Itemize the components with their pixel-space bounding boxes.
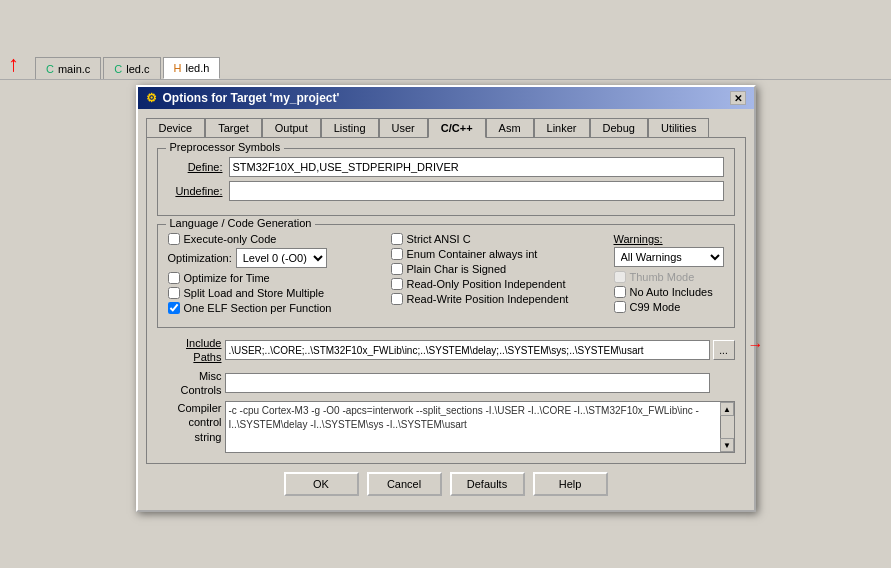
tab-listing[interactable]: Listing [321,118,379,138]
preprocessor-title: Preprocessor Symbols [166,141,285,153]
compiler-string-text: -c -cpu Cortex-M3 -g -O0 -apcs=interwork… [226,402,734,434]
tab-utilities[interactable]: Utilities [648,118,709,138]
optimization-select[interactable]: Level 0 (-O0) [236,248,327,268]
one-elf-row: One ELF Section per Function [168,302,381,314]
dialog-tab-row: Device Target Output Listing User C/C++ … [146,117,746,137]
tab-led-c[interactable]: C led.c [103,57,160,79]
options-dialog: ⚙ Options for Target 'my_project' ✕ Devi… [136,85,756,512]
one-elf-label: One ELF Section per Function [184,302,332,314]
tab-main-c[interactable]: C main.c [35,57,101,79]
include-paths-label: IncludePaths [157,336,222,365]
close-button[interactable]: ✕ [730,91,746,105]
split-load-label: Split Load and Store Multiple [184,287,325,299]
undefine-row: Undefine: [168,181,724,201]
enum-container-checkbox[interactable] [391,248,403,260]
compiler-string-row: Compilercontrolstring -c -cpu Cortex-M3 … [157,401,735,453]
read-only-row: Read-Only Position Independent [391,278,604,290]
define-label: Define: [168,161,223,173]
warnings-label: Warnings: [614,233,724,245]
compiler-label: Compilercontrolstring [157,401,222,444]
plain-char-checkbox[interactable] [391,263,403,275]
tab-output[interactable]: Output [262,118,321,138]
strict-ansi-checkbox[interactable] [391,233,403,245]
enum-container-label: Enum Container always int [407,248,538,260]
c99-mode-label: C99 Mode [630,301,681,313]
titlebar-left: ⚙ Options for Target 'my_project' [146,91,340,105]
compiler-string-container: -c -cpu Cortex-M3 -g -O0 -apcs=interwork… [225,401,735,453]
c99-mode-checkbox[interactable] [614,301,626,313]
language-title: Language / Code Generation [166,217,316,229]
plain-char-label: Plain Char is Signed [407,263,507,275]
cancel-button[interactable]: Cancel [367,472,442,496]
scroll-up-button[interactable]: ▲ [720,402,734,416]
buttons-row: OK Cancel Defaults Help [146,464,746,502]
browse-button[interactable]: ... → [713,340,735,360]
enum-container-row: Enum Container always int [391,248,604,260]
lang-col-left: Execute-only Code Optimization: Level 0 … [168,233,381,317]
tab-content: Preprocessor Symbols Define: Undefine: L… [146,137,746,464]
c99-mode-row: C99 Mode [614,301,724,313]
dialog-title: Options for Target 'my_project' [163,91,340,105]
misc-controls-input[interactable] [225,373,710,393]
dialog-content: Device Target Output Listing User C/C++ … [138,109,754,510]
editor-tab-bar: C main.c C led.c H led.h [27,57,228,79]
read-write-label: Read-Write Position Independent [407,293,569,305]
language-columns: Execute-only Code Optimization: Level 0 … [168,233,724,317]
one-elf-checkbox[interactable] [168,302,180,314]
optimize-time-row: Optimize for Time [168,272,381,284]
lang-col-middle: Strict ANSI C Enum Container always int … [391,233,604,317]
undefine-label: Undefine: [168,185,223,197]
warnings-column: Warnings: All Warnings No Warnings MISRA… [614,233,724,317]
include-paths-row: IncludePaths ... → [157,336,735,365]
no-auto-includes-label: No Auto Includes [630,286,713,298]
execute-only-row: Execute-only Code [168,233,381,245]
read-write-row: Read-Write Position Independent [391,293,604,305]
no-auto-includes-checkbox[interactable] [614,286,626,298]
thumb-mode-label: Thumb Mode [630,271,695,283]
optimization-row: Optimization: Level 0 (-O0) [168,248,381,268]
tab-user[interactable]: User [379,118,428,138]
define-input[interactable] [229,157,724,177]
dialog-titlebar: ⚙ Options for Target 'my_project' ✕ [138,87,754,109]
split-load-row: Split Load and Store Multiple [168,287,381,299]
optimize-label: Optimization: [168,252,232,264]
execute-only-label: Execute-only Code [184,233,277,245]
toolbar: ↑ C main.c C led.c H led.h [0,0,891,80]
execute-only-checkbox[interactable] [168,233,180,245]
read-only-label: Read-Only Position Independent [407,278,566,290]
include-paths-input[interactable] [225,340,710,360]
misc-controls-row: MiscControls [157,369,735,398]
tab-cc[interactable]: C/C++ [428,118,486,138]
undefine-input[interactable] [229,181,724,201]
tab-asm[interactable]: Asm [486,118,534,138]
read-write-checkbox[interactable] [391,293,403,305]
tab-target[interactable]: Target [205,118,262,138]
optimize-time-label: Optimize for Time [184,272,270,284]
scroll-down-button[interactable]: ▼ [720,438,734,452]
thumb-mode-row: Thumb Mode [614,271,724,283]
compiler-scrollbar: ▲ ▼ [720,402,734,452]
strict-ansi-row: Strict ANSI C [391,233,604,245]
plain-char-row: Plain Char is Signed [391,263,604,275]
ok-button[interactable]: OK [284,472,359,496]
defaults-button[interactable]: Defaults [450,472,525,496]
read-only-checkbox[interactable] [391,278,403,290]
optimize-time-checkbox[interactable] [168,272,180,284]
tab-linker[interactable]: Linker [534,118,590,138]
warnings-select[interactable]: All Warnings No Warnings MISRA C [614,247,724,267]
h-file-icon: H [174,62,182,74]
misc-controls-label: MiscControls [157,369,222,398]
split-load-checkbox[interactable] [168,287,180,299]
no-auto-includes-row: No Auto Includes [614,286,724,298]
tab-debug[interactable]: Debug [590,118,648,138]
language-group: Language / Code Generation Execute-only … [157,224,735,328]
define-row: Define: [168,157,724,177]
c-file-icon-2: C [114,63,122,75]
thumb-mode-checkbox [614,271,626,283]
tab-device[interactable]: Device [146,118,206,138]
strict-ansi-label: Strict ANSI C [407,233,471,245]
help-button[interactable]: Help [533,472,608,496]
modal-overlay: ⚙ Options for Target 'my_project' ✕ Devi… [0,80,891,568]
preprocessor-group: Preprocessor Symbols Define: Undefine: [157,148,735,216]
tab-led-h[interactable]: H led.h [163,57,221,79]
